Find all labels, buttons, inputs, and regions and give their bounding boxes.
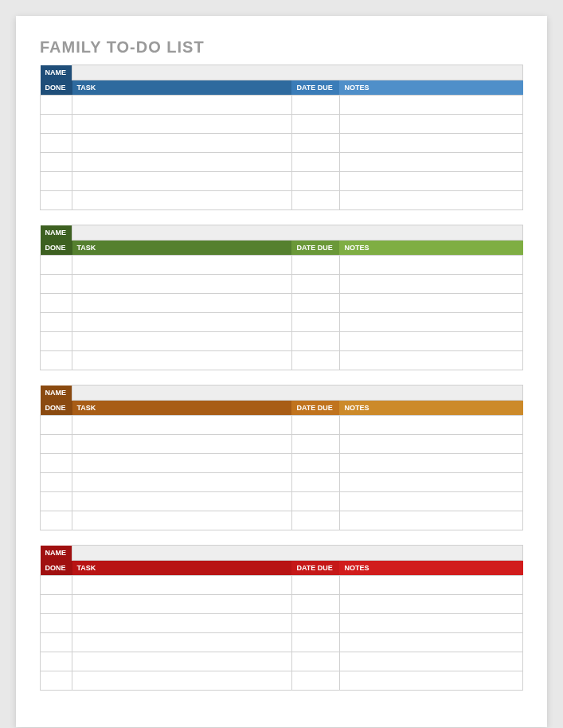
- cell-done[interactable]: [41, 134, 72, 153]
- cell-notes[interactable]: [339, 435, 522, 454]
- cell-done[interactable]: [41, 511, 72, 530]
- cell-notes[interactable]: [339, 351, 522, 370]
- cell-notes[interactable]: [339, 671, 522, 691]
- cell-date[interactable]: [291, 153, 339, 172]
- cell-task[interactable]: [72, 614, 292, 633]
- cell-notes[interactable]: [339, 633, 522, 652]
- cell-notes[interactable]: [339, 595, 522, 614]
- cell-date[interactable]: [291, 115, 339, 134]
- cell-done[interactable]: [41, 614, 72, 633]
- cell-task[interactable]: [72, 595, 292, 614]
- cell-notes[interactable]: [339, 511, 522, 530]
- name-input[interactable]: [72, 546, 523, 561]
- cell-task[interactable]: [72, 115, 292, 134]
- cell-done[interactable]: [41, 671, 72, 691]
- cell-done[interactable]: [41, 153, 72, 172]
- cell-done[interactable]: [41, 96, 72, 115]
- cell-date[interactable]: [291, 492, 339, 511]
- cell-task[interactable]: [72, 134, 292, 153]
- cell-notes[interactable]: [339, 172, 522, 191]
- cell-done[interactable]: [41, 633, 72, 652]
- cell-done[interactable]: [41, 595, 72, 614]
- cell-notes[interactable]: [339, 275, 522, 294]
- cell-done[interactable]: [41, 454, 72, 473]
- cell-notes[interactable]: [339, 416, 522, 435]
- cell-done[interactable]: [41, 332, 72, 351]
- cell-notes[interactable]: [339, 332, 522, 351]
- cell-date[interactable]: [291, 633, 339, 652]
- cell-task[interactable]: [72, 492, 292, 511]
- cell-done[interactable]: [41, 313, 72, 332]
- cell-task[interactable]: [72, 416, 292, 435]
- cell-done[interactable]: [41, 435, 72, 454]
- cell-task[interactable]: [72, 351, 292, 370]
- cell-date[interactable]: [291, 511, 339, 530]
- cell-task[interactable]: [72, 633, 292, 652]
- cell-date[interactable]: [291, 614, 339, 633]
- cell-done[interactable]: [41, 172, 72, 191]
- cell-notes[interactable]: [339, 115, 522, 134]
- cell-notes[interactable]: [339, 294, 522, 313]
- cell-date[interactable]: [291, 134, 339, 153]
- cell-notes[interactable]: [339, 134, 522, 153]
- cell-date[interactable]: [291, 416, 339, 435]
- cell-notes[interactable]: [339, 256, 522, 275]
- cell-task[interactable]: [72, 96, 292, 115]
- cell-task[interactable]: [72, 576, 292, 595]
- cell-task[interactable]: [72, 332, 292, 351]
- cell-task[interactable]: [72, 435, 292, 454]
- cell-done[interactable]: [41, 256, 72, 275]
- cell-done[interactable]: [41, 652, 72, 671]
- cell-date[interactable]: [291, 454, 339, 473]
- cell-date[interactable]: [291, 294, 339, 313]
- cell-notes[interactable]: [339, 96, 522, 115]
- cell-date[interactable]: [291, 256, 339, 275]
- cell-date[interactable]: [291, 191, 339, 210]
- name-input[interactable]: [72, 386, 523, 401]
- cell-task[interactable]: [72, 172, 292, 191]
- cell-notes[interactable]: [339, 614, 522, 633]
- cell-notes[interactable]: [339, 454, 522, 473]
- cell-notes[interactable]: [339, 191, 522, 210]
- cell-notes[interactable]: [339, 652, 522, 671]
- cell-task[interactable]: [72, 294, 292, 313]
- cell-done[interactable]: [41, 576, 72, 595]
- cell-date[interactable]: [291, 671, 339, 691]
- cell-notes[interactable]: [339, 313, 522, 332]
- cell-done[interactable]: [41, 115, 72, 134]
- cell-task[interactable]: [72, 313, 292, 332]
- cell-task[interactable]: [72, 473, 292, 492]
- cell-task[interactable]: [72, 454, 292, 473]
- cell-done[interactable]: [41, 416, 72, 435]
- cell-date[interactable]: [291, 351, 339, 370]
- cell-date[interactable]: [291, 172, 339, 191]
- cell-done[interactable]: [41, 294, 72, 313]
- cell-date[interactable]: [291, 435, 339, 454]
- cell-date[interactable]: [291, 96, 339, 115]
- cell-task[interactable]: [72, 191, 292, 210]
- cell-date[interactable]: [291, 332, 339, 351]
- cell-date[interactable]: [291, 473, 339, 492]
- cell-date[interactable]: [291, 576, 339, 595]
- cell-done[interactable]: [41, 351, 72, 370]
- cell-date[interactable]: [291, 595, 339, 614]
- cell-done[interactable]: [41, 191, 72, 210]
- cell-notes[interactable]: [339, 153, 522, 172]
- cell-done[interactable]: [41, 473, 72, 492]
- cell-date[interactable]: [291, 313, 339, 332]
- cell-task[interactable]: [72, 511, 292, 530]
- cell-date[interactable]: [291, 275, 339, 294]
- cell-task[interactable]: [72, 256, 292, 275]
- cell-task[interactable]: [72, 652, 292, 671]
- cell-task[interactable]: [72, 153, 292, 172]
- cell-task[interactable]: [72, 275, 292, 294]
- cell-done[interactable]: [41, 275, 72, 294]
- cell-done[interactable]: [41, 492, 72, 511]
- cell-date[interactable]: [291, 652, 339, 671]
- name-input[interactable]: [72, 225, 523, 241]
- name-input[interactable]: [72, 65, 523, 80]
- cell-notes[interactable]: [339, 473, 522, 492]
- cell-task[interactable]: [72, 671, 292, 691]
- cell-notes[interactable]: [339, 492, 522, 511]
- cell-notes[interactable]: [339, 576, 522, 595]
